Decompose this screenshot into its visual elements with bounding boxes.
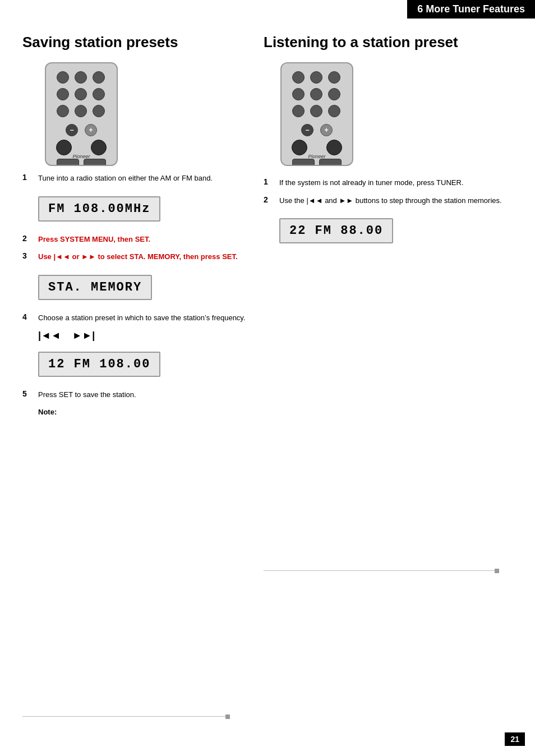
- remote-large-btns: [54, 140, 109, 155]
- left-column: Saving station presets − +: [22, 34, 247, 416]
- step-1-text: Tune into a radio station on either the …: [38, 173, 213, 184]
- remote-btn: [328, 71, 340, 84]
- remote-image-right: − + Pioneer: [280, 62, 510, 166]
- chapter-title: 6 More Tuner Features: [417, 3, 525, 15]
- remote-buttons-row1: [46, 63, 117, 122]
- remote-btn: [75, 71, 87, 84]
- right-column: Listening to a station preset − +: [264, 34, 510, 249]
- remote-rect-btn: [84, 159, 106, 166]
- remote-btn: [57, 71, 69, 84]
- remote-btn: [75, 105, 87, 117]
- prev-arrow-icon: |◄◄: [38, 330, 61, 342]
- remote-btn: [57, 88, 69, 100]
- right-section-title: Listening to a station preset: [264, 34, 510, 51]
- lcd-display-right-container: 22 FM 88.00: [279, 213, 510, 249]
- divider-tick-right: [495, 569, 499, 573]
- remote-btn: [310, 71, 322, 84]
- step-2-right: 2 Use the |◄◄ and ►► buttons to step thr…: [264, 195, 510, 206]
- note-container: Note:: [38, 407, 247, 416]
- remote-small-btns: [54, 159, 109, 166]
- remote-body-right: − + Pioneer: [280, 62, 353, 166]
- remote-large-btn: [292, 140, 307, 155]
- lcd-display-2: STA. MEMORY: [38, 275, 152, 300]
- step-2-text-right: Use the |◄◄ and ►► buttons to step throu…: [279, 195, 502, 206]
- lcd-display-3-container: 12 FM 108.00: [38, 346, 247, 382]
- remote-brand-right: Pioneer: [308, 154, 325, 159]
- step-1-num: 1: [22, 173, 33, 182]
- divider-right: [264, 570, 499, 571]
- remote-btn: [57, 105, 69, 117]
- page-number: 21: [505, 732, 525, 746]
- remote-plus-btn: +: [85, 124, 97, 136]
- remote-btn: [292, 88, 305, 100]
- step-4-text: Choose a station preset in which to save…: [38, 312, 246, 324]
- remote-mid-buttons: − +: [54, 124, 109, 136]
- remote-btn: [93, 105, 105, 117]
- step-1-left: 1 Tune into a radio station on either th…: [22, 173, 247, 184]
- remote-btn: [310, 105, 322, 117]
- remote-image-left: − + Pioneer: [45, 62, 247, 166]
- remote-btn: [310, 88, 322, 100]
- lcd-display-3: 12 FM 108.00: [38, 352, 160, 377]
- remote-btn: [292, 105, 305, 117]
- remote-btn: [75, 88, 87, 100]
- remote-brand-left: Pioneer: [72, 154, 90, 159]
- remote-btn: [93, 88, 105, 100]
- chapter-header: 6 More Tuner Features: [407, 0, 535, 19]
- left-section-title: Saving station presets: [22, 34, 247, 51]
- step-5-num: 5: [22, 389, 33, 398]
- nav-arrows-left: |◄◄ ►►|: [38, 330, 247, 342]
- lcd-display-2-container: STA. MEMORY: [38, 269, 247, 306]
- remote-small-btns-right: [289, 159, 344, 166]
- step-3-num: 3: [22, 251, 33, 260]
- step-4-left: 4 Choose a station preset in which to sa…: [22, 312, 247, 324]
- step-2-text: Press SYSTEM MENU, then SET.: [38, 234, 150, 245]
- next-arrow-icon: ►►|: [72, 330, 95, 342]
- remote-btn: [292, 71, 305, 84]
- step-5-text: Press SET to save the station.: [38, 389, 136, 400]
- step-1-num-right: 1: [264, 177, 274, 186]
- remote-rect-btn: [319, 159, 342, 166]
- step-1-right: 1 If the system is not already in tuner …: [264, 177, 510, 188]
- step-3-text: Use |◄◄ or ►► to select STA. MEMORY, the…: [38, 251, 238, 262]
- remote-large-btn: [326, 140, 342, 155]
- remote-minus-btn: −: [66, 124, 78, 136]
- step-2-num: 2: [22, 234, 33, 243]
- remote-large-btn: [56, 140, 72, 155]
- step-5-left: 5 Press SET to save the station.: [22, 389, 247, 400]
- remote-plus-btn-right: +: [320, 124, 333, 136]
- remote-body-left: − + Pioneer: [45, 62, 118, 166]
- lcd-display-1: FM 108.00MHz: [38, 196, 160, 222]
- step-2-left: 2 Press SYSTEM MENU, then SET.: [22, 234, 247, 245]
- remote-btn: [328, 105, 340, 117]
- remote-rect-btn: [292, 159, 315, 166]
- divider-left: [22, 716, 230, 717]
- remote-btn: [328, 88, 340, 100]
- lcd-display-1-container: FM 108.00MHz: [38, 191, 247, 227]
- remote-btn: [93, 71, 105, 84]
- remote-mid-buttons-right: − +: [289, 124, 344, 136]
- remote-minus-btn-right: −: [301, 124, 313, 136]
- step-3-left: 3 Use |◄◄ or ►► to select STA. MEMORY, t…: [22, 251, 247, 262]
- remote-rect-btn: [57, 159, 79, 166]
- note-label: Note:: [38, 408, 57, 416]
- step-2-num-right: 2: [264, 195, 274, 204]
- step-4-num: 4: [22, 312, 33, 321]
- step-1-text-right: If the system is not already in tuner mo…: [279, 177, 464, 188]
- remote-large-btn: [91, 140, 107, 155]
- divider-tick-left: [225, 714, 230, 719]
- lcd-display-right: 22 FM 88.00: [279, 218, 393, 243]
- remote-large-btns-right: [289, 140, 344, 155]
- remote-buttons-row1-right: [282, 63, 352, 122]
